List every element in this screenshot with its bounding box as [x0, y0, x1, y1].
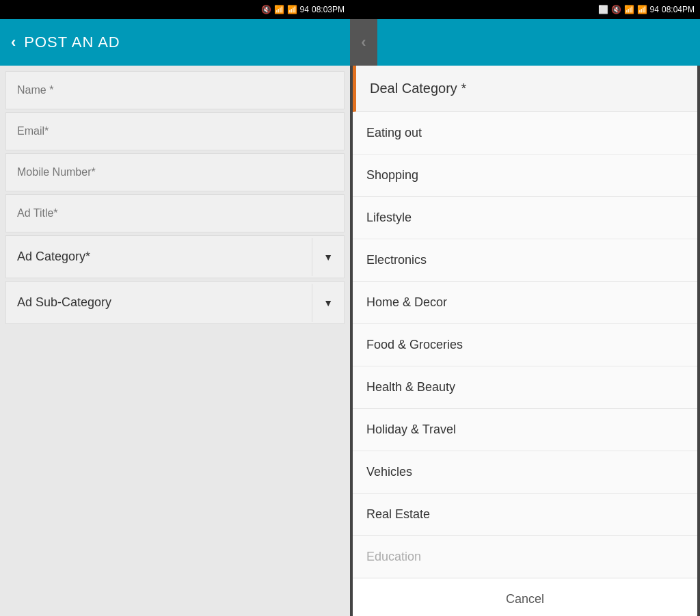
- right-app-header: ‹: [350, 19, 700, 66]
- name-field-wrapper: [5, 71, 345, 109]
- ad-category-label: Ad Category*: [6, 236, 312, 278]
- email-field-wrapper: [5, 112, 345, 150]
- dropdown-panel: Deal Category * Eating out Shopping Life…: [353, 66, 697, 616]
- ad-subcategory-dropdown[interactable]: Ad Sub-Category ▼: [5, 281, 345, 324]
- page-title: POST AN AD: [24, 34, 120, 51]
- list-item[interactable]: Food & Groceries: [353, 324, 697, 366]
- list-item[interactable]: Lifestyle: [353, 197, 697, 239]
- wifi-icon-right: 📶: [624, 5, 634, 14]
- status-bar-left: 🔇 📶 📶 94 08:03PM: [0, 0, 350, 19]
- mute-icon-right: 🔇: [611, 5, 621, 14]
- time-right: 08:04PM: [662, 5, 695, 14]
- mute-icon: 🔇: [261, 5, 271, 14]
- dropdown-header: Deal Category *: [353, 66, 697, 112]
- mobile-field-wrapper: [5, 153, 345, 191]
- ad-category-dropdown[interactable]: Ad Category* ▼: [5, 235, 345, 278]
- list-item[interactable]: Health & Beauty: [353, 366, 697, 409]
- email-input[interactable]: [6, 113, 344, 150]
- signal-icon-right: 📶: [637, 5, 647, 14]
- list-item[interactable]: Vehicles: [353, 451, 697, 494]
- list-item[interactable]: Holiday & Travel: [353, 409, 697, 451]
- list-item[interactable]: Shopping: [353, 155, 697, 197]
- ad-title-input[interactable]: [6, 195, 344, 232]
- ad-subcategory-arrow-icon: ▼: [312, 284, 344, 322]
- back-button[interactable]: ‹: [11, 34, 16, 51]
- name-input[interactable]: [6, 72, 344, 109]
- list-item[interactable]: Electronics: [353, 239, 697, 282]
- dropdown-overlay: Deal Category * Eating out Shopping Life…: [350, 66, 700, 616]
- list-item[interactable]: Home & Decor: [353, 282, 697, 324]
- right-back-button[interactable]: ‹: [350, 19, 377, 66]
- list-item[interactable]: Real Estate: [353, 494, 697, 536]
- ad-title-field-wrapper: [5, 194, 345, 232]
- list-item[interactable]: Eating out: [353, 112, 697, 155]
- battery-left: 94: [300, 5, 309, 14]
- list-item-partial[interactable]: Education: [353, 536, 697, 578]
- screenshot-icon: ⬜: [598, 5, 608, 14]
- dropdown-list[interactable]: Eating out Shopping Lifestyle Electronic…: [353, 112, 697, 578]
- form-area: Ad Category* ▼ Ad Sub-Category ▼: [0, 66, 350, 616]
- phone-right: ⬜ 🔇 📶 📶 94 08:04PM ‹ Deal Category * Eat…: [350, 0, 700, 616]
- mobile-input[interactable]: [6, 154, 344, 191]
- time-left: 08:03PM: [312, 5, 345, 14]
- phone-left: 🔇 📶 📶 94 08:03PM ‹ POST AN AD Ad Categor…: [0, 0, 350, 616]
- app-header: ‹ POST AN AD: [0, 19, 350, 66]
- status-bar-right: ⬜ 🔇 📶 📶 94 08:04PM: [350, 0, 700, 19]
- ad-category-arrow-icon: ▼: [312, 238, 344, 276]
- battery-right: 94: [650, 5, 659, 14]
- ad-subcategory-label: Ad Sub-Category: [6, 282, 312, 323]
- wifi-icon: 📶: [274, 5, 284, 14]
- signal-icon: 📶: [287, 5, 297, 14]
- cancel-button[interactable]: Cancel: [353, 578, 697, 616]
